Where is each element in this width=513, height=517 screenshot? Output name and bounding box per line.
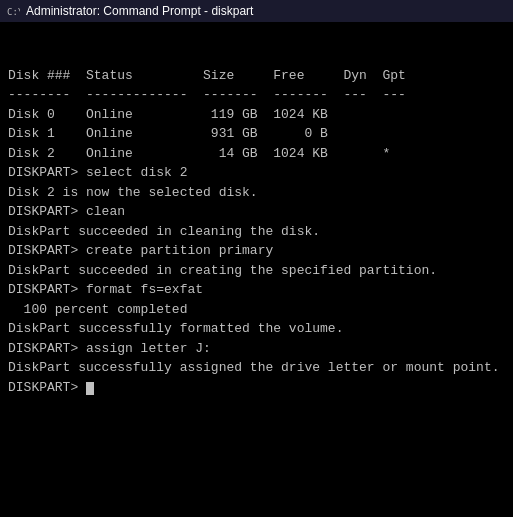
cmd-icon: C:\ — [6, 4, 20, 18]
terminal-line: Disk ### Status Size Free Dyn Gpt — [8, 66, 505, 86]
terminal-line: DISKPART> create partition primary — [8, 241, 505, 261]
terminal-window[interactable]: Disk ### Status Size Free Dyn Gpt-------… — [0, 22, 513, 517]
terminal-line: DISKPART> select disk 2 — [8, 163, 505, 183]
terminal-line: DiskPart succeeded in cleaning the disk. — [8, 222, 505, 242]
terminal-line: DISKPART> clean — [8, 202, 505, 222]
svg-text:C:\: C:\ — [7, 7, 20, 17]
terminal-line: 100 percent completed — [8, 300, 505, 320]
terminal-content: Disk ### Status Size Free Dyn Gpt-------… — [8, 66, 505, 398]
title-bar-text: Administrator: Command Prompt - diskpart — [26, 4, 253, 18]
title-bar: C:\ Administrator: Command Prompt - disk… — [0, 0, 513, 22]
terminal-line: DISKPART> format fs=exfat — [8, 280, 505, 300]
cursor — [86, 382, 94, 395]
terminal-line: DISKPART> assign letter J: — [8, 339, 505, 359]
terminal-line: DiskPart successfully assigned the drive… — [8, 358, 505, 378]
terminal-line: Disk 0 Online 119 GB 1024 KB — [8, 105, 505, 125]
terminal-line: DiskPart successfully formatted the volu… — [8, 319, 505, 339]
terminal-line: Disk 2 Online 14 GB 1024 KB * — [8, 144, 505, 164]
terminal-line: -------- ------------- ------- ------- -… — [8, 85, 505, 105]
terminal-line: Disk 2 is now the selected disk. — [8, 183, 505, 203]
terminal-line: DiskPart succeeded in creating the speci… — [8, 261, 505, 281]
terminal-line: DISKPART> — [8, 378, 505, 398]
terminal-line: Disk 1 Online 931 GB 0 B — [8, 124, 505, 144]
